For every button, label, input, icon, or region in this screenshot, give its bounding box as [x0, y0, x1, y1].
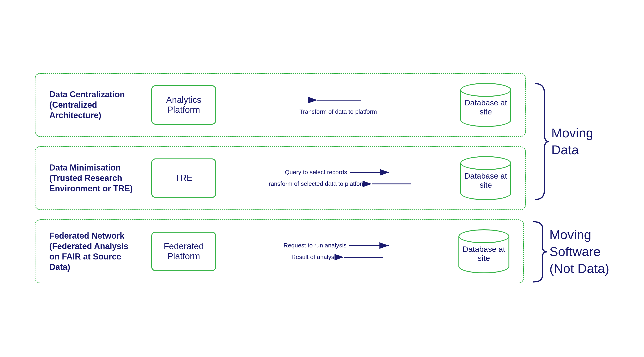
moving-software-label: MovingSoftware(Not Data): [550, 226, 609, 277]
row2-arrow-bottom-svg: [370, 179, 411, 188]
row2-db-node: Database at site: [460, 156, 511, 200]
row3-flex: Federated Network (Federated Analysis on…: [35, 220, 524, 284]
row1-db-node: Database at site: [460, 83, 511, 127]
row1-db-label: Database at site: [460, 83, 511, 127]
row3-label: Federated Network (Federated Analysis on…: [49, 230, 137, 272]
row1-arrow-label: Transform of data to platform: [300, 108, 377, 115]
row1-arrow-svg: [315, 94, 362, 106]
row3-arrow-bottom-row: Result of analysis: [292, 252, 383, 262]
moving-software-label-wrap: MovingSoftware(Not Data): [550, 226, 609, 277]
row1-arrow-area: Transform of data to platform: [230, 94, 446, 115]
row2-platform-label: TRE: [175, 173, 192, 183]
row2-arrow-area: Query to select records Transfo: [230, 168, 446, 188]
row1-cylinder-wrap: Database at site: [460, 83, 511, 127]
row1-arrow-row: [315, 94, 362, 106]
row3-platform-node: Federated Platform: [151, 232, 216, 271]
moving-data-brace-svg: [530, 81, 549, 202]
moving-data-label-wrap: MovingData: [551, 125, 593, 158]
row1-box: Data Centralization (Centralized Archite…: [35, 73, 526, 137]
moving-data-section: MovingData: [526, 73, 609, 210]
row1-platform-label: Analytics Platform: [152, 95, 215, 115]
row3-platform-label: Federated Platform: [152, 242, 215, 261]
row3-arrow-top-row: Request to run analysis: [284, 241, 391, 250]
row3-box: Federated Network (Federated Analysis on…: [35, 220, 524, 283]
top-group: Data Centralization (Centralized Archite…: [35, 73, 609, 210]
bottom-group: Federated Network (Federated Analysis on…: [35, 220, 609, 284]
row3-db-node: Database at site: [458, 229, 510, 273]
moving-data-label: MovingData: [551, 125, 593, 158]
row1-platform-node: Analytics Platform: [151, 85, 216, 125]
moving-software-brace-svg: [529, 220, 547, 284]
row1-label: Data Centralization (Centralized Archite…: [49, 89, 137, 120]
row2-box: Data Minimisation (Trusted Research Envi…: [35, 146, 526, 210]
moving-software-section: MovingSoftware(Not Data): [524, 220, 609, 284]
rows-1-2: Data Centralization (Centralized Archite…: [35, 73, 526, 210]
row3-db-label: Database at site: [458, 229, 510, 273]
row3-arrow-bottom-svg: [342, 252, 383, 262]
row2-cylinder-wrap: Database at site: [460, 156, 511, 200]
row2-db-label: Database at site: [460, 156, 511, 200]
row3-arrow-bottom-label: Result of analysis: [292, 254, 339, 261]
row3-arrow-area: Request to run analysis Result of analys…: [230, 241, 444, 262]
row2-platform-node: TRE: [151, 158, 216, 198]
row2-label: Data Minimisation (Trusted Research Envi…: [49, 162, 137, 194]
row3-cylinder-wrap: Database at site: [458, 229, 510, 273]
diagram-container: Data Centralization (Centralized Archite…: [21, 64, 623, 294]
row2-arrow-top-label: Query to select records: [285, 169, 347, 176]
row3-arrow-top-svg: [349, 241, 391, 250]
row2-arrow-bottom-row: Transform of selected data to platform: [265, 179, 411, 188]
row2-arrow-top-svg: [350, 168, 392, 177]
row3-arrow-top-label: Request to run analysis: [284, 242, 346, 249]
row2-arrow-top-row: Query to select records: [285, 168, 392, 177]
row2-arrow-bottom-label: Transform of selected data to platform: [265, 180, 367, 188]
